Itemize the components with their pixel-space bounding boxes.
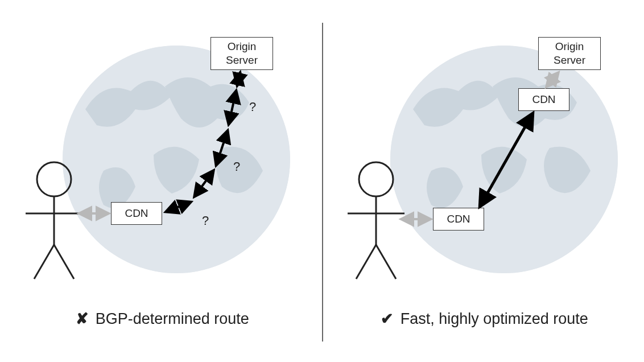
svg-line-4 [34,245,54,279]
cdn-origin-label: CDN [532,93,555,106]
cross-icon: ✘ [73,310,91,328]
svg-line-17 [376,245,396,279]
svg-line-16 [356,245,376,279]
panel-optimized: CDN CDN Origin Server [322,0,644,362]
origin-server-box: Origin Server [210,37,273,70]
cdn-user-label: CDN [447,212,470,226]
cdn-label: CDN [125,207,148,220]
panel-bgp: CDN Origin Server ? [0,0,322,362]
svg-point-13 [359,162,393,196]
caption-left: ✘ BGP-determined route [0,310,322,328]
origin-label: Origin Server [554,40,585,67]
caption-left-text: BGP-determined route [96,310,249,327]
diagram-stage: CDN Origin Server ? [0,0,644,362]
cdn-user-box: CDN [433,208,484,231]
user-icon [342,159,410,285]
check-icon: ✔ [378,310,396,328]
user-icon [20,159,88,285]
origin-label: Origin Server [226,40,258,67]
question-mark-3: ? [249,100,256,114]
question-mark-1: ? [202,213,209,228]
svg-line-5 [54,245,74,279]
cdn-box: CDN [111,202,162,225]
svg-point-1 [37,162,71,196]
origin-server-box: Origin Server [538,37,601,70]
cdn-origin-box: CDN [518,88,569,111]
question-mark-2: ? [233,159,240,174]
globe-icon [390,46,618,273]
caption-right-text: Fast, highly optimized route [401,310,588,327]
globe-icon [63,46,290,273]
caption-right: ✔ Fast, highly optimized route [322,310,644,328]
